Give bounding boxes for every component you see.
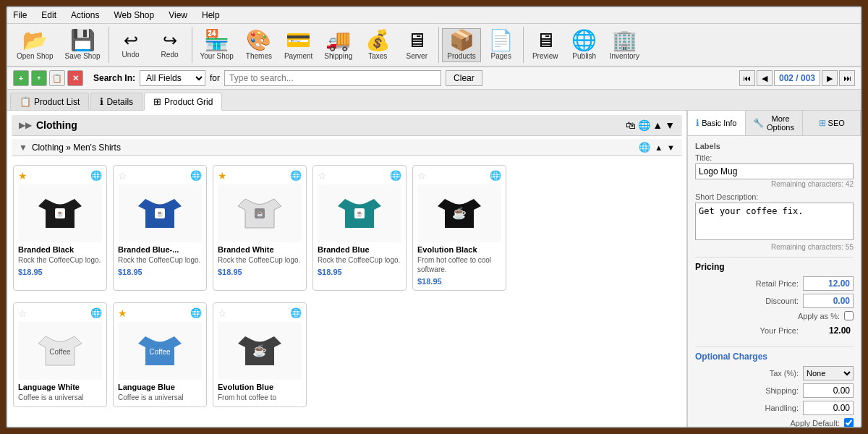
product-image-1: ☕ [18,184,102,242]
short-desc-input[interactable]: Get your coffee fix. [695,203,854,240]
tab-product-grid[interactable]: ⊞ Product Grid [144,93,222,111]
menu-help[interactable]: Help [199,9,223,22]
globe-icon-4[interactable]: 🌐 [390,170,401,182]
search-in-label: Search In: [93,73,135,83]
menu-actions[interactable]: Actions [68,9,102,22]
product-area[interactable]: ▶▶ Clothing 🛍 🌐 ▲ ▼ ▼ Clothing » Men's S… [7,111,687,427]
star-empty-icon-5[interactable]: ☆ [417,170,427,182]
prev-page-button[interactable]: ◀ [757,70,773,86]
menu-webshop[interactable]: Web Shop [111,9,157,22]
subcat-down-icon[interactable]: ▼ [667,143,675,152]
product-desc-5: From hot coffee to cool software. [417,255,501,274]
product-card-branded-white[interactable]: ★ 🌐 ☕ Branded White Rock the CoffeeCup l… [213,165,307,291]
undo-button[interactable]: ↩ Undo [112,30,150,61]
search-input[interactable] [224,70,441,86]
product-card-evolution-black[interactable]: ☆ 🌐 ☕ Evolution Black From hot coffee to… [412,165,506,291]
publish-button[interactable]: 🌐 Publish [566,28,603,62]
apply-percent-checkbox[interactable] [844,311,854,320]
payment-button[interactable]: 💳 Payment [279,28,318,62]
discount-input[interactable] [803,294,854,308]
category-up-icon[interactable]: ▲ [652,119,663,131]
product-card-language-white[interactable]: ☆ 🌐 Coffee Language White Coffee is a un… [13,302,107,407]
product-card-branded-blue[interactable]: ☆ 🌐 ☕ Branded Blue-... Rock the CoffeeCu… [113,165,207,291]
last-page-button[interactable]: ⏭ [839,70,855,86]
next-page-button[interactable]: ▶ [822,70,838,86]
first-page-button[interactable]: ⏮ [739,70,755,86]
tax-label: Tax (%): [695,369,803,378]
tax-select[interactable]: None Standard Reduced [803,366,854,380]
add-category-button[interactable]: + [31,70,47,86]
product-image-8: ☕ [218,322,302,380]
product-card-branded-blue-teal[interactable]: ☆ 🌐 ☕ Branded Blue Rock the CoffeeCup lo… [312,165,407,291]
taxes-button[interactable]: 💰 Taxes [359,28,396,62]
title-remaining: Remaining characters: 42 [695,180,854,188]
server-button[interactable]: 🖥 Server [398,28,435,62]
products-icon: 📦 [449,30,475,51]
page-indicator: 002 / 003 [774,70,820,86]
tab-product-list[interactable]: 📋 Product List [10,93,89,110]
globe-icon-1[interactable]: 🌐 [90,170,102,182]
globe-icon-5[interactable]: 🌐 [490,170,501,182]
subcategory-mens-shirts[interactable]: ▼ Clothing » Men's Shirts 🌐 ▲ ▼ [12,139,682,156]
pages-icon: 📄 [488,30,514,51]
shipping-button[interactable]: 🚚 Shipping [319,28,357,62]
themes-button[interactable]: 🎨 Themes [240,28,278,62]
card-top-7: ★ 🌐 [118,307,202,319]
star-empty-icon-8[interactable]: ☆ [218,307,227,319]
product-image-5: ☕ [417,184,501,242]
star-empty-icon-6[interactable]: ☆ [18,307,27,319]
handling-input[interactable] [803,401,854,415]
retail-price-input[interactable] [803,276,854,291]
subcat-up-icon[interactable]: ▲ [655,143,663,152]
globe-icon-3[interactable]: 🌐 [290,170,302,182]
category-down-icon[interactable]: ▼ [665,119,675,131]
handling-row: Handling: [695,401,854,415]
star-filled-icon[interactable]: ★ [18,170,27,182]
star-empty-icon-4[interactable]: ☆ [318,170,327,182]
product-desc-1: Rock the CoffeeCup logo. [18,255,102,265]
product-card-evolution-blue[interactable]: ☆ 🌐 ☕ Evolution Blue From hot coffee to [213,302,307,407]
globe-disabled-icon-8: 🌐 [290,307,302,319]
globe-icon-2[interactable]: 🌐 [190,170,202,182]
product-desc-4: Rock the CoffeeCup logo. [318,255,401,265]
your-shop-button[interactable]: 🏪 Your Shop [195,28,239,62]
globe-icon-6[interactable]: 🌐 [90,307,102,319]
short-desc-field-label: Short Description: [695,192,854,201]
panel-tab-more-options[interactable]: 🔧 More Options [746,111,804,135]
product-card-branded-black[interactable]: ★ 🌐 ☕ Branded Black Rock the CoffeeCup l… [13,165,107,291]
globe-icon-7[interactable]: 🌐 [190,307,202,319]
delete-button[interactable]: ✕ [67,70,83,86]
star-filled-icon-3[interactable]: ★ [218,170,227,182]
details-icon: ℹ [100,96,103,107]
menu-edit[interactable]: Edit [38,9,59,22]
menu-file[interactable]: File [10,9,30,22]
products-button[interactable]: 📦 Products [442,28,480,62]
title-input[interactable] [695,163,854,179]
star-filled-icon-7[interactable]: ★ [118,307,127,319]
open-shop-button[interactable]: 📂 Open Shop [12,28,59,62]
redo-button[interactable]: ↪ Redo [151,30,189,61]
preview-button[interactable]: 🖥 Preview [527,28,564,62]
star-empty-icon-2[interactable]: ☆ [118,170,127,182]
panel-tab-seo[interactable]: ⊞ SEO [803,111,861,135]
menu-view[interactable]: View [166,9,190,22]
retail-price-label: Retail Price: [695,279,803,288]
search-in-select[interactable]: All Fields Title Description [140,70,205,86]
apply-default-checkbox[interactable] [844,418,854,427]
pages-button[interactable]: 📄 Pages [482,28,520,62]
clear-button[interactable]: Clear [446,70,482,86]
main-content: ▶▶ Clothing 🛍 🌐 ▲ ▼ ▼ Clothing » Men's S… [7,111,861,427]
category-globe-icon[interactable]: 🌐 [638,119,650,131]
menu-bar: File Edit Actions Web Shop View Help [7,7,861,24]
panel-tab-basic-info[interactable]: ℹ Basic Info [688,111,746,135]
inventory-button[interactable]: 🏢 Inventory [605,28,644,62]
copy-product-button[interactable]: 📋 [49,70,65,86]
subcat-globe-icon[interactable]: 🌐 [639,142,650,153]
category-clothing[interactable]: ▶▶ Clothing 🛍 🌐 ▲ ▼ [12,115,682,136]
category-bag-icon[interactable]: 🛍 [626,119,636,131]
add-product-button[interactable]: + [13,70,29,86]
shipping-input[interactable] [803,383,854,398]
product-card-language-blue[interactable]: ★ 🌐 Coffee Language Blue Coffee is a uni… [113,302,207,407]
tab-details[interactable]: ℹ Details [90,93,142,110]
save-shop-button[interactable]: 💾 Save Shop [60,28,106,62]
